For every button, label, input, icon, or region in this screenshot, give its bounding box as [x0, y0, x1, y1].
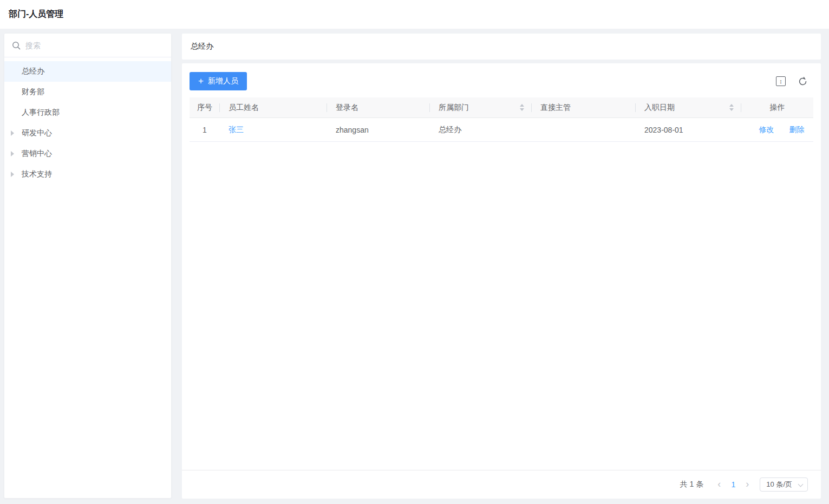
caret-slot	[10, 130, 22, 136]
toolbar: + 新增人员 ↕	[182, 63, 821, 97]
column-header-login: 登录名	[327, 97, 430, 117]
page-size-select[interactable]: 10 条/页	[760, 477, 808, 492]
page-size-label: 10 条/页	[766, 480, 792, 489]
sort-icon[interactable]	[520, 104, 524, 111]
personnel-table: 序号 员工姓名 登录名 所属部门 直接主管 入职日期 操作 1 张三 zhang…	[190, 97, 813, 142]
tree-item[interactable]: 总经办	[4, 61, 171, 82]
cell-department: 总经办	[430, 118, 532, 141]
tree-item-label: 总经办	[22, 67, 44, 76]
content-header: 总经办	[182, 34, 821, 60]
table-header-row: 序号 员工姓名 登录名 所属部门 直接主管 入职日期 操作	[190, 97, 813, 118]
table-row: 1 张三 zhangsan 总经办 2023-08-01 修改 删除	[190, 118, 813, 142]
search-icon	[12, 41, 21, 50]
department-sidebar: 总经办 财务部 人事行政部 研发中心 营销中心 技术支持	[4, 34, 171, 498]
tree-item-label: 财务部	[22, 87, 44, 97]
panel-title: 总经办	[191, 42, 213, 51]
tree-item[interactable]: 研发中心	[4, 123, 171, 143]
prev-page-icon[interactable]: ‹	[712, 479, 726, 490]
cell-hire-date: 2023-08-01	[636, 118, 741, 141]
column-header-index: 序号	[190, 97, 220, 117]
caret-right-icon[interactable]	[11, 172, 14, 177]
column-header-supervisor: 直接主管	[532, 97, 636, 117]
caret-right-icon[interactable]	[11, 130, 14, 136]
column-header-actions: 操作	[741, 97, 813, 117]
tree-item-label: 研发中心	[22, 128, 52, 138]
column-header-department[interactable]: 所属部门	[430, 97, 532, 117]
cell-index: 1	[190, 118, 220, 141]
page-title: 部门-人员管理	[9, 9, 63, 20]
tree-item[interactable]: 财务部	[4, 82, 171, 102]
add-person-button[interactable]: + 新增人员	[190, 72, 247, 90]
department-tree: 总经办 财务部 人事行政部 研发中心 营销中心 技术支持	[4, 57, 171, 185]
search-input[interactable]	[25, 41, 164, 50]
chevron-down-icon	[798, 482, 804, 487]
pagination-total: 共 1 条	[680, 480, 704, 489]
row-height-icon[interactable]: ↕	[776, 76, 786, 86]
next-page-icon[interactable]: ›	[740, 479, 754, 490]
tree-item-label: 营销中心	[22, 149, 52, 159]
column-header-hire-date[interactable]: 入职日期	[636, 97, 741, 117]
delete-link[interactable]: 删除	[789, 125, 805, 135]
tree-item-label: 人事行政部	[22, 108, 60, 117]
employee-name-link[interactable]: 张三	[229, 125, 244, 135]
cell-supervisor	[532, 118, 636, 141]
sort-icon[interactable]	[729, 104, 734, 111]
caret-slot	[10, 172, 22, 177]
pagination: 共 1 条 ‹ 1 › 10 条/页	[182, 470, 821, 499]
cell-name: 张三	[220, 118, 327, 141]
tree-item[interactable]: 营销中心	[4, 143, 171, 164]
toolbar-icons: ↕	[776, 76, 808, 87]
edit-link[interactable]: 修改	[759, 125, 774, 135]
tree-item[interactable]: 人事行政部	[4, 102, 171, 123]
column-header-name: 员工姓名	[220, 97, 327, 117]
caret-right-icon[interactable]	[11, 151, 14, 156]
page-header: 部门-人员管理	[0, 0, 829, 29]
caret-slot	[10, 151, 22, 156]
plus-icon: +	[198, 76, 204, 86]
row-height-glyph: ↕	[779, 78, 782, 84]
cell-login: zhangsan	[327, 118, 430, 141]
cell-actions: 修改 删除	[741, 118, 813, 141]
tree-item[interactable]: 技术支持	[4, 164, 171, 185]
tree-item-label: 技术支持	[22, 169, 52, 179]
content-panel: + 新增人员 ↕ 序号 员工姓名 登录名 所属部门 直接主管 入职日期	[182, 63, 821, 499]
refresh-icon[interactable]	[798, 76, 808, 87]
page-number[interactable]: 1	[726, 480, 740, 489]
search-box	[4, 34, 171, 57]
add-person-button-label: 新增人员	[208, 76, 238, 86]
